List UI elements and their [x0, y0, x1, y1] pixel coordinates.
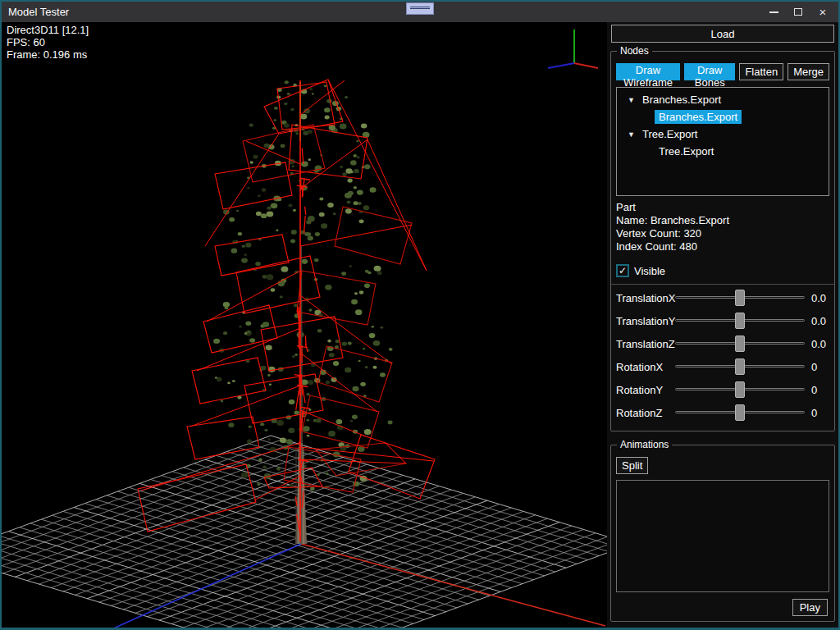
translationy-slider[interactable]: [675, 312, 805, 330]
part-info: Part Name: Branches.Export Vertex Count:…: [616, 201, 829, 253]
stat-frame-time: Frame: 0.196 ms: [7, 48, 89, 61]
draw-bones-button[interactable]: Draw Bones: [684, 63, 735, 80]
viewport-3d[interactable]: Direct3D11 [12.1] FPS: 60 Frame: 0.196 m…: [2, 22, 607, 628]
animations-groupbox: Animations Split Play: [610, 445, 835, 622]
animation-listbox[interactable]: [616, 480, 829, 592]
tree-item-branches-child[interactable]: Branches.Export: [617, 108, 829, 126]
node-treeview: ▼ Branches.Export Branches.Export ▼ Tree…: [616, 87, 829, 196]
load-button[interactable]: Load: [611, 25, 834, 43]
expander-icon[interactable]: ▼: [628, 96, 642, 104]
window-controls: ×: [761, 2, 835, 22]
slider-row-rotationx: RotationX 0: [616, 355, 829, 378]
minimize-icon: [769, 11, 778, 13]
render-scene: [2, 22, 607, 628]
drag-handle-bar: [410, 7, 430, 7]
slider-value: 0: [811, 384, 817, 396]
tree-item-tree-child[interactable]: Tree.Export: [617, 143, 829, 160]
visible-row: ✓ Visible: [616, 264, 829, 277]
axis-gizmo-icon: [548, 30, 598, 68]
split-button[interactable]: Split: [616, 457, 648, 474]
tree-trunk: [295, 246, 307, 544]
slider-label: TranslationY: [616, 315, 675, 327]
dock-drag-handle-icon[interactable]: [406, 2, 434, 15]
slider-value: 0: [811, 361, 817, 373]
slider-value: 0.0: [811, 338, 826, 350]
separator: [611, 284, 834, 285]
slider-value: 0.0: [811, 292, 826, 304]
rotationz-slider[interactable]: [675, 404, 805, 422]
close-icon: ×: [819, 5, 827, 19]
nodes-group-title: Nodes: [617, 45, 652, 57]
part-info-header: Part: [616, 201, 829, 214]
slider-label: RotationY: [616, 384, 675, 396]
tree-item-branches-root[interactable]: ▼ Branches.Export: [617, 91, 829, 108]
rotationy-slider[interactable]: [675, 381, 805, 399]
expander-icon[interactable]: ▼: [628, 130, 642, 139]
side-panel: Load Nodes Draw Wireframe Draw Bones Fla…: [607, 22, 838, 628]
minimize-button[interactable]: [761, 2, 786, 22]
tree-item-label-selected: Branches.Export: [655, 110, 742, 124]
slider-label: TranslationX: [616, 292, 675, 304]
tree-foliage: [213, 80, 392, 491]
rotationx-slider[interactable]: [675, 358, 805, 376]
check-icon: ✓: [619, 265, 627, 276]
slider-label: RotationZ: [616, 407, 675, 419]
tree-item-tree-root[interactable]: ▼ Tree.Export: [617, 126, 829, 143]
slider-label: RotationX: [616, 361, 675, 373]
maximize-button[interactable]: [786, 2, 810, 22]
app-window: Model Tester × Direct3D11 [12.1] FPS: 60…: [0, 0, 840, 630]
animations-group-title: Animations: [617, 439, 672, 450]
slider-row-translationy: TranslationY 0.0: [616, 309, 829, 332]
slider-thumb[interactable]: [735, 290, 745, 306]
nodes-groupbox: Nodes Draw Wireframe Draw Bones Flatten …: [610, 51, 835, 431]
tree-item-label: Tree.Export: [642, 128, 697, 140]
drag-handle-bar: [410, 8, 430, 9]
slider-thumb[interactable]: [735, 336, 745, 352]
close-button[interactable]: ×: [810, 2, 835, 22]
tree-item-label: Tree.Export: [655, 145, 714, 158]
merge-button[interactable]: Merge: [788, 63, 829, 80]
stat-fps: FPS: 60: [7, 36, 89, 48]
slider-thumb[interactable]: [735, 381, 745, 398]
play-button[interactable]: Play: [792, 599, 828, 616]
slider-value: 0: [811, 407, 817, 419]
part-name: Name: Branches.Export: [616, 214, 829, 227]
render-stats: Direct3D11 [12.1] FPS: 60 Frame: 0.196 m…: [7, 24, 89, 61]
visible-checkbox[interactable]: ✓: [616, 264, 629, 277]
translationz-slider[interactable]: [675, 335, 805, 353]
window-title: Model Tester: [2, 6, 69, 18]
slider-row-rotationy: RotationY 0: [616, 378, 829, 401]
part-vertex-count: Vertex Count: 320: [616, 227, 829, 240]
flatten-button[interactable]: Flatten: [739, 63, 783, 80]
window-titlebar[interactable]: Model Tester ×: [2, 2, 838, 22]
slider-label: TranslationZ: [616, 338, 675, 350]
visible-label: Visible: [634, 265, 665, 277]
maximize-icon: [794, 8, 802, 16]
translationx-slider[interactable]: [675, 289, 805, 307]
nodes-toolbar: Draw Wireframe Draw Bones Flatten Merge: [616, 63, 829, 80]
slider-row-rotationz: RotationZ 0: [616, 401, 829, 424]
slider-thumb[interactable]: [735, 358, 745, 375]
slider-thumb[interactable]: [735, 313, 745, 329]
tree-item-label: Branches.Export: [642, 94, 721, 106]
draw-wireframe-button[interactable]: Draw Wireframe: [616, 63, 680, 80]
slider-thumb[interactable]: [735, 404, 745, 421]
slider-row-translationx: TranslationX 0.0: [616, 286, 829, 309]
slider-row-translationz: TranslationZ 0.0: [616, 332, 829, 355]
slider-value: 0.0: [811, 315, 826, 327]
part-index-count: Index Count: 480: [616, 240, 829, 253]
stat-renderer: Direct3D11 [12.1]: [7, 24, 89, 36]
